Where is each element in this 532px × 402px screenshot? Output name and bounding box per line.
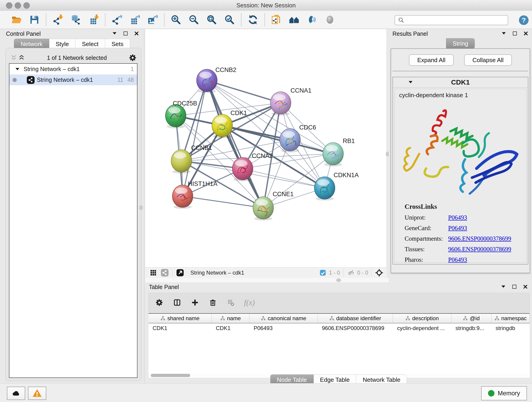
import-network-icon[interactable] — [52, 14, 63, 25]
network-collection-row[interactable]: String Network – cdk1 1 — [9, 64, 137, 75]
zoom-fit-icon[interactable] — [206, 14, 217, 25]
collection-expander-icon[interactable] — [14, 66, 20, 72]
selected-checkbox-icon[interactable] — [318, 268, 327, 277]
delete-column-icon[interactable] — [208, 298, 217, 307]
column-header-namespac[interactable]: namespac — [491, 314, 530, 323]
birdseye-grid-icon[interactable] — [149, 268, 158, 277]
node-HIST1H1A[interactable]: HIST1H1A — [172, 180, 217, 209]
edge-HIST1H1A-CCNE1[interactable] — [183, 196, 263, 208]
crosslink-label: Uniprot: — [405, 214, 448, 221]
table-cell[interactable]: CDK1 — [148, 325, 212, 332]
home-icon[interactable] — [289, 14, 300, 25]
column-header-canonical-name[interactable]: canonical name — [249, 314, 318, 323]
open-in-new-icon[interactable] — [176, 268, 184, 277]
string-import-icon[interactable] — [271, 14, 282, 25]
gene-expander-icon[interactable] — [408, 80, 414, 85]
show-columns-icon[interactable] — [172, 298, 182, 307]
column-header-database-identifier[interactable]: database identifier — [318, 314, 393, 323]
network-node-count: 11 — [117, 77, 123, 83]
node-CCNA1[interactable]: CCNA1 — [270, 87, 312, 115]
node-CDC25B[interactable]: CDC25B — [165, 100, 197, 128]
table-cell[interactable]: 9606.ENSP00000378699 — [318, 325, 393, 332]
edge-CCNB2-CCNE1[interactable] — [207, 80, 263, 208]
left-splitter-grip[interactable] — [139, 205, 143, 210]
table-row[interactable]: CDK1CDK1P064939606.ENSP00000378699cyclin… — [148, 323, 530, 333]
close-panel-icon[interactable] — [134, 31, 140, 37]
cloud-icon — [12, 389, 21, 398]
search-icon — [397, 16, 405, 24]
edge-CCNB2-CCNA1[interactable] — [207, 80, 281, 103]
splitter-grip[interactable] — [336, 279, 341, 282]
float-panel-icon[interactable] — [501, 31, 507, 37]
collapse-all-icon[interactable] — [10, 52, 18, 63]
search-box[interactable] — [394, 15, 508, 25]
search-input[interactable] — [405, 17, 508, 24]
string-network-graph[interactable]: CCNB2CCNA1CDC25BCDK1CDC6RB1CCNB1CCNA2CDK… — [145, 29, 387, 267]
crosslinks-title: CrossLinks — [405, 203, 526, 211]
table-toolbar: f(x) — [148, 293, 530, 312]
open-session-icon[interactable] — [11, 14, 22, 25]
collapse-all-button[interactable]: Collapse All — [464, 54, 512, 66]
network-share-icon[interactable] — [160, 268, 169, 277]
crosslink-link[interactable]: P06493 — [448, 214, 467, 221]
cloud-button[interactable] — [7, 387, 25, 400]
edge-CCNA2-CDKN1A[interactable] — [243, 169, 325, 188]
float-panel-icon[interactable] — [112, 31, 118, 37]
memory-button[interactable]: Memory — [481, 386, 527, 400]
import-table-icon[interactable] — [88, 14, 99, 25]
table-cell[interactable]: CDK1 — [212, 325, 249, 332]
table-cell[interactable]: P06493 — [249, 325, 318, 332]
crosshair-icon[interactable] — [375, 268, 384, 277]
export-table-icon[interactable] — [129, 14, 140, 25]
refresh-icon[interactable] — [247, 14, 259, 25]
network-options-gear-icon[interactable] — [128, 52, 137, 63]
node-CDK1[interactable]: CDK1 — [212, 109, 247, 138]
crosslink-link[interactable]: P06493 — [448, 256, 467, 263]
warnings-button[interactable] — [28, 387, 46, 400]
help-button[interactable]: ? — [517, 14, 530, 27]
maximize-panel-icon[interactable] — [512, 31, 518, 37]
expand-all-button[interactable]: Expand All — [409, 54, 454, 66]
table-cell[interactable]: stringdb — [491, 325, 530, 332]
crosslink-row: GeneCard: P06493 — [405, 223, 526, 233]
crosslink-link[interactable]: 9606.ENSP00000378699 — [448, 235, 511, 242]
table-cell[interactable]: cyclin-dependent ... — [393, 325, 451, 332]
zoom-in-icon[interactable] — [171, 14, 181, 25]
close-panel-icon[interactable] — [523, 31, 529, 37]
control-panel-title: Control Panel — [6, 31, 41, 37]
network-view-canvas[interactable]: CCNB2CCNA1CDC25BCDK1CDC6RB1CCNB1CCNA2CDK… — [145, 29, 387, 267]
node-CDKN1A[interactable]: CDKN1A — [314, 172, 359, 201]
maximize-panel-icon[interactable] — [123, 31, 129, 37]
crosslink-link[interactable]: P06493 — [448, 225, 467, 232]
zoom-selected-icon[interactable] — [224, 14, 235, 25]
tab-string[interactable]: String — [446, 38, 475, 49]
column-header-shared-name[interactable]: shared name — [148, 314, 212, 323]
save-session-icon[interactable] — [29, 14, 40, 25]
network-row[interactable]: String Network – cdk1 11 48 — [9, 75, 137, 85]
expand-all-icon[interactable] — [18, 52, 25, 63]
selected-counts: 1 - 0 — [329, 269, 340, 276]
hidden-eye-icon[interactable] — [347, 268, 355, 277]
table-options-gear-icon[interactable] — [155, 298, 164, 307]
export-network-icon[interactable] — [111, 14, 122, 25]
node-RB1[interactable]: RB1 — [323, 138, 355, 166]
close-panel-icon[interactable] — [523, 284, 529, 290]
export-image-icon[interactable] — [147, 14, 158, 25]
column-header-name[interactable]: name — [212, 314, 249, 323]
gene-section-header[interactable]: CDK1 — [393, 77, 528, 88]
import-database-icon[interactable] — [70, 14, 81, 25]
node-CCNE1[interactable]: CCNE1 — [253, 191, 294, 220]
float-panel-icon[interactable] — [501, 284, 507, 290]
column-header-description[interactable]: description — [393, 314, 451, 323]
edge-CCNB2-HIST1H1A[interactable] — [183, 80, 207, 196]
node-CCNB1[interactable]: CCNB1 — [171, 144, 212, 173]
hide-panels-icon[interactable] — [307, 14, 317, 25]
show-panel-icon[interactable] — [324, 14, 336, 25]
node-table[interactable]: shared namenamecanonical namedatabase id… — [148, 313, 530, 374]
column-header-@id[interactable]: @id — [451, 314, 491, 323]
maximize-panel-icon[interactable] — [512, 284, 518, 290]
crosslink-link[interactable]: 9606.ENSP00000378699 — [448, 246, 511, 253]
table-cell[interactable]: stringdb:9... — [451, 325, 491, 332]
zoom-out-icon[interactable] — [188, 14, 199, 25]
add-column-icon[interactable] — [190, 298, 200, 307]
